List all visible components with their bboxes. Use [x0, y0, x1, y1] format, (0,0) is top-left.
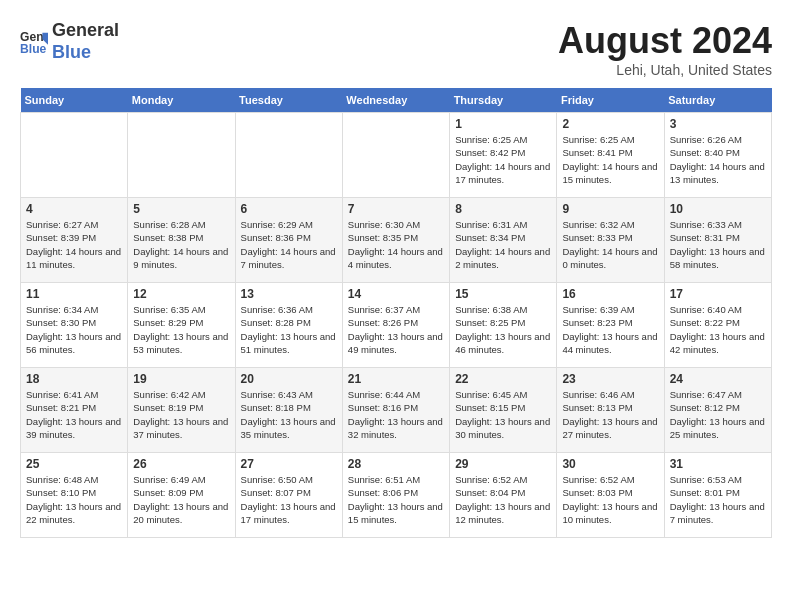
- weekday-header-sunday: Sunday: [21, 88, 128, 113]
- calendar-table: SundayMondayTuesdayWednesdayThursdayFrid…: [20, 88, 772, 538]
- calendar-cell: 11Sunrise: 6:34 AMSunset: 8:30 PMDayligh…: [21, 283, 128, 368]
- day-info: Sunrise: 6:39 AMSunset: 8:23 PMDaylight:…: [562, 303, 658, 356]
- day-number: 20: [241, 372, 337, 386]
- day-info: Sunrise: 6:52 AMSunset: 8:03 PMDaylight:…: [562, 473, 658, 526]
- day-number: 5: [133, 202, 229, 216]
- weekday-header-thursday: Thursday: [450, 88, 557, 113]
- day-info: Sunrise: 6:43 AMSunset: 8:18 PMDaylight:…: [241, 388, 337, 441]
- calendar-cell: [128, 113, 235, 198]
- calendar-cell: 13Sunrise: 6:36 AMSunset: 8:28 PMDayligh…: [235, 283, 342, 368]
- day-info: Sunrise: 6:42 AMSunset: 8:19 PMDaylight:…: [133, 388, 229, 441]
- day-number: 15: [455, 287, 551, 301]
- calendar-cell: 27Sunrise: 6:50 AMSunset: 8:07 PMDayligh…: [235, 453, 342, 538]
- day-info: Sunrise: 6:47 AMSunset: 8:12 PMDaylight:…: [670, 388, 766, 441]
- calendar-cell: [21, 113, 128, 198]
- weekday-header-wednesday: Wednesday: [342, 88, 449, 113]
- day-number: 16: [562, 287, 658, 301]
- day-number: 19: [133, 372, 229, 386]
- weekday-header-row: SundayMondayTuesdayWednesdayThursdayFrid…: [21, 88, 772, 113]
- day-number: 11: [26, 287, 122, 301]
- calendar-cell: 6Sunrise: 6:29 AMSunset: 8:36 PMDaylight…: [235, 198, 342, 283]
- calendar-cell: [342, 113, 449, 198]
- calendar-cell: 15Sunrise: 6:38 AMSunset: 8:25 PMDayligh…: [450, 283, 557, 368]
- day-number: 1: [455, 117, 551, 131]
- day-info: Sunrise: 6:29 AMSunset: 8:36 PMDaylight:…: [241, 218, 337, 271]
- day-info: Sunrise: 6:49 AMSunset: 8:09 PMDaylight:…: [133, 473, 229, 526]
- day-info: Sunrise: 6:30 AMSunset: 8:35 PMDaylight:…: [348, 218, 444, 271]
- calendar-week-row: 25Sunrise: 6:48 AMSunset: 8:10 PMDayligh…: [21, 453, 772, 538]
- page-header: General Blue General Blue August 2024 Le…: [20, 20, 772, 78]
- calendar-cell: 3Sunrise: 6:26 AMSunset: 8:40 PMDaylight…: [664, 113, 771, 198]
- day-info: Sunrise: 6:46 AMSunset: 8:13 PMDaylight:…: [562, 388, 658, 441]
- calendar-week-row: 1Sunrise: 6:25 AMSunset: 8:42 PMDaylight…: [21, 113, 772, 198]
- calendar-cell: 30Sunrise: 6:52 AMSunset: 8:03 PMDayligh…: [557, 453, 664, 538]
- calendar-cell: 28Sunrise: 6:51 AMSunset: 8:06 PMDayligh…: [342, 453, 449, 538]
- day-number: 6: [241, 202, 337, 216]
- calendar-cell: 17Sunrise: 6:40 AMSunset: 8:22 PMDayligh…: [664, 283, 771, 368]
- day-number: 2: [562, 117, 658, 131]
- calendar-cell: 31Sunrise: 6:53 AMSunset: 8:01 PMDayligh…: [664, 453, 771, 538]
- day-info: Sunrise: 6:35 AMSunset: 8:29 PMDaylight:…: [133, 303, 229, 356]
- title-block: August 2024 Lehi, Utah, United States: [558, 20, 772, 78]
- calendar-week-row: 4Sunrise: 6:27 AMSunset: 8:39 PMDaylight…: [21, 198, 772, 283]
- month-year-title: August 2024: [558, 20, 772, 62]
- day-number: 14: [348, 287, 444, 301]
- svg-text:Blue: Blue: [20, 42, 47, 56]
- calendar-cell: 7Sunrise: 6:30 AMSunset: 8:35 PMDaylight…: [342, 198, 449, 283]
- logo-blue-text: Blue: [52, 42, 119, 64]
- day-number: 26: [133, 457, 229, 471]
- day-number: 29: [455, 457, 551, 471]
- weekday-header-saturday: Saturday: [664, 88, 771, 113]
- day-info: Sunrise: 6:52 AMSunset: 8:04 PMDaylight:…: [455, 473, 551, 526]
- day-number: 13: [241, 287, 337, 301]
- calendar-cell: 18Sunrise: 6:41 AMSunset: 8:21 PMDayligh…: [21, 368, 128, 453]
- day-info: Sunrise: 6:32 AMSunset: 8:33 PMDaylight:…: [562, 218, 658, 271]
- day-number: 21: [348, 372, 444, 386]
- day-number: 18: [26, 372, 122, 386]
- day-number: 22: [455, 372, 551, 386]
- day-info: Sunrise: 6:28 AMSunset: 8:38 PMDaylight:…: [133, 218, 229, 271]
- calendar-cell: 22Sunrise: 6:45 AMSunset: 8:15 PMDayligh…: [450, 368, 557, 453]
- day-number: 27: [241, 457, 337, 471]
- day-number: 25: [26, 457, 122, 471]
- calendar-cell: 26Sunrise: 6:49 AMSunset: 8:09 PMDayligh…: [128, 453, 235, 538]
- day-info: Sunrise: 6:40 AMSunset: 8:22 PMDaylight:…: [670, 303, 766, 356]
- day-info: Sunrise: 6:50 AMSunset: 8:07 PMDaylight:…: [241, 473, 337, 526]
- calendar-cell: 25Sunrise: 6:48 AMSunset: 8:10 PMDayligh…: [21, 453, 128, 538]
- logo-icon: General Blue: [20, 28, 48, 56]
- calendar-cell: 14Sunrise: 6:37 AMSunset: 8:26 PMDayligh…: [342, 283, 449, 368]
- calendar-cell: 12Sunrise: 6:35 AMSunset: 8:29 PMDayligh…: [128, 283, 235, 368]
- day-info: Sunrise: 6:51 AMSunset: 8:06 PMDaylight:…: [348, 473, 444, 526]
- calendar-cell: 21Sunrise: 6:44 AMSunset: 8:16 PMDayligh…: [342, 368, 449, 453]
- weekday-header-friday: Friday: [557, 88, 664, 113]
- calendar-cell: 9Sunrise: 6:32 AMSunset: 8:33 PMDaylight…: [557, 198, 664, 283]
- day-info: Sunrise: 6:25 AMSunset: 8:42 PMDaylight:…: [455, 133, 551, 186]
- day-info: Sunrise: 6:25 AMSunset: 8:41 PMDaylight:…: [562, 133, 658, 186]
- day-number: 9: [562, 202, 658, 216]
- calendar-cell: 24Sunrise: 6:47 AMSunset: 8:12 PMDayligh…: [664, 368, 771, 453]
- day-number: 3: [670, 117, 766, 131]
- day-number: 4: [26, 202, 122, 216]
- day-info: Sunrise: 6:36 AMSunset: 8:28 PMDaylight:…: [241, 303, 337, 356]
- day-info: Sunrise: 6:44 AMSunset: 8:16 PMDaylight:…: [348, 388, 444, 441]
- logo: General Blue General Blue: [20, 20, 119, 63]
- calendar-header: SundayMondayTuesdayWednesdayThursdayFrid…: [21, 88, 772, 113]
- calendar-cell: 4Sunrise: 6:27 AMSunset: 8:39 PMDaylight…: [21, 198, 128, 283]
- day-info: Sunrise: 6:41 AMSunset: 8:21 PMDaylight:…: [26, 388, 122, 441]
- day-info: Sunrise: 6:48 AMSunset: 8:10 PMDaylight:…: [26, 473, 122, 526]
- day-number: 7: [348, 202, 444, 216]
- day-number: 24: [670, 372, 766, 386]
- day-info: Sunrise: 6:26 AMSunset: 8:40 PMDaylight:…: [670, 133, 766, 186]
- day-info: Sunrise: 6:34 AMSunset: 8:30 PMDaylight:…: [26, 303, 122, 356]
- calendar-week-row: 18Sunrise: 6:41 AMSunset: 8:21 PMDayligh…: [21, 368, 772, 453]
- day-number: 12: [133, 287, 229, 301]
- calendar-cell: 19Sunrise: 6:42 AMSunset: 8:19 PMDayligh…: [128, 368, 235, 453]
- calendar-week-row: 11Sunrise: 6:34 AMSunset: 8:30 PMDayligh…: [21, 283, 772, 368]
- day-number: 10: [670, 202, 766, 216]
- day-number: 30: [562, 457, 658, 471]
- day-info: Sunrise: 6:45 AMSunset: 8:15 PMDaylight:…: [455, 388, 551, 441]
- weekday-header-monday: Monday: [128, 88, 235, 113]
- calendar-cell: [235, 113, 342, 198]
- day-number: 17: [670, 287, 766, 301]
- day-info: Sunrise: 6:38 AMSunset: 8:25 PMDaylight:…: [455, 303, 551, 356]
